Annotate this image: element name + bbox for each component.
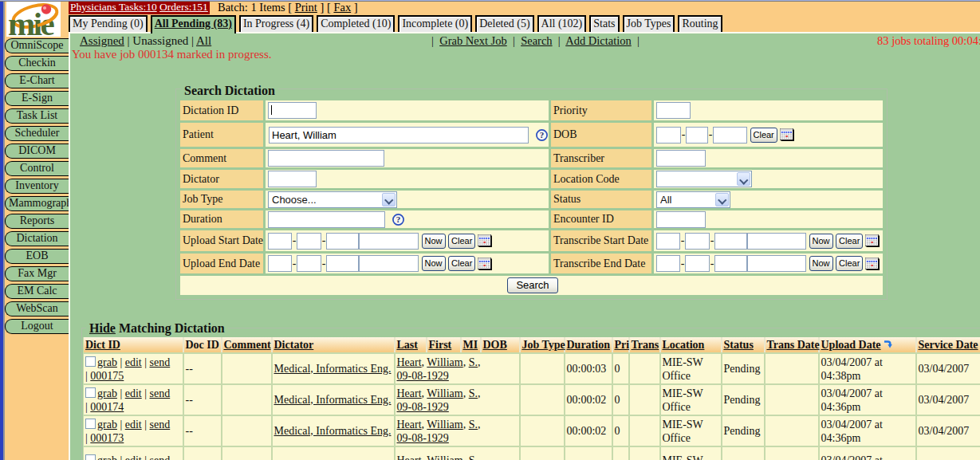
- svg-text:?: ?: [396, 214, 401, 224]
- svg-text:?: ?: [540, 130, 545, 140]
